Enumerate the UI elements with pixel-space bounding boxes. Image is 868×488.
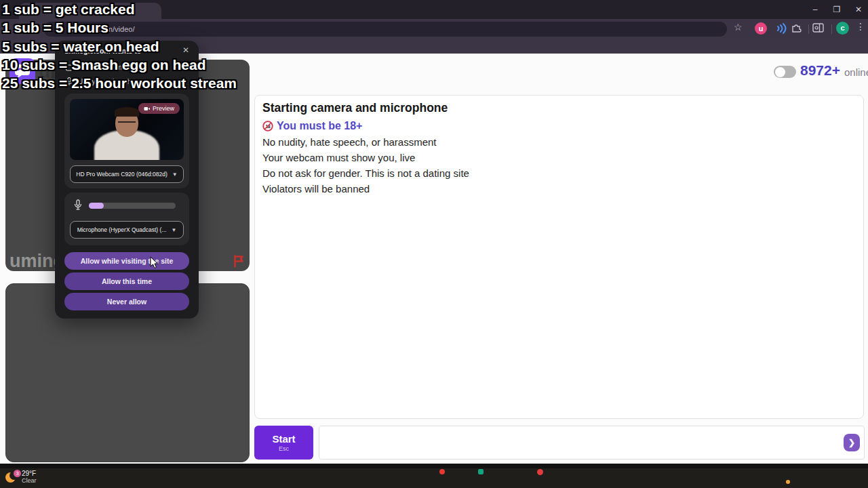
online-label: online — [844, 66, 868, 78]
microphone-icon — [74, 199, 82, 210]
stream-overlay-line: 1 sub = 5 Hours — [2, 20, 108, 36]
mic-level-meter — [89, 203, 176, 209]
toolbar-divider — [808, 24, 809, 34]
camera-select-value: HD Pro Webcam C920 (046d:082d) — [76, 171, 167, 178]
mic-level-fill — [89, 203, 104, 209]
report-flag-icon[interactable] — [233, 255, 245, 270]
stream-overlay-line: 1 sub = get cracked — [2, 1, 135, 18]
sync-status-dot — [786, 480, 790, 484]
toggle-knob — [775, 67, 785, 77]
moon-icon: 3 — [5, 471, 18, 483]
window-bottom-edge — [0, 464, 868, 468]
chat-input[interactable] — [319, 426, 865, 460]
mouse-cursor — [150, 256, 159, 269]
online-count: 8972+ — [800, 62, 840, 79]
rules-card: Starting camera and microphone 18 You mu… — [254, 95, 864, 419]
online-toggle[interactable] — [774, 66, 796, 78]
webcam-preview: Preview — [70, 99, 184, 160]
window-minimize-button[interactable]: – — [806, 3, 825, 16]
microphone-section: Microphone (HyperX Quadcast) (... ▼ — [64, 192, 189, 245]
18-plus-icon: 18 — [262, 121, 273, 131]
notification-badge — [537, 469, 543, 475]
age-requirement-row: 18 You must be 18+ — [262, 120, 362, 132]
windows-taskbar: 3 29°F Clear — [0, 468, 868, 488]
age-requirement-text: You must be 18+ — [277, 120, 362, 132]
rule-text: No nudity, hate speech, or harassment — [262, 136, 437, 148]
bookmark-star-icon[interactable]: ☆ — [734, 22, 743, 33]
stream-overlay-line: 25 subs = 2.5 hour workout stream — [2, 75, 237, 92]
rule-text: Your webcam must show you, live — [262, 152, 415, 163]
start-button-label: Start — [272, 433, 295, 445]
preview-badge-label: Preview — [153, 105, 174, 112]
preview-person-hair — [115, 107, 139, 117]
camera-section: Preview HD Pro Webcam C920 (046d:082d) ▼ — [64, 94, 189, 188]
send-button[interactable]: ❯ — [844, 434, 860, 451]
dialog-close-icon[interactable]: ✕ — [182, 45, 189, 55]
weather-condition: Clear — [22, 477, 37, 484]
allow-while-visiting-button[interactable]: Allow while visiting the site — [64, 252, 189, 270]
mic-select-value: Microphone (HyperX Quadcast) (... — [77, 226, 167, 233]
mic-select-dropdown[interactable]: Microphone (HyperX Quadcast) (... ▼ — [70, 221, 184, 239]
stream-overlay-line: 10 subs = Smash egg on head — [2, 57, 206, 73]
extension-sound-icon[interactable] — [775, 22, 787, 37]
preview-person-glasses — [118, 121, 136, 125]
allow-this-time-button[interactable]: Allow this time — [64, 272, 189, 290]
profile-avatar[interactable]: c — [836, 22, 849, 35]
preview-badge: Preview — [138, 103, 180, 114]
camera-select-dropdown[interactable]: HD Pro Webcam C920 (046d:082d) ▼ — [70, 165, 184, 183]
never-allow-button[interactable]: Never allow — [64, 293, 189, 310]
chrome-profile-badge — [478, 469, 484, 474]
extension-ublock-icon[interactable]: u — [755, 22, 767, 35]
weather-badge: 3 — [14, 470, 21, 477]
window-close-button[interactable]: ✕ — [849, 3, 868, 16]
stream-overlay-line: 5 subs = water on head — [2, 39, 159, 55]
start-button[interactable]: Start Esc — [254, 426, 313, 460]
notification-dot — [439, 469, 445, 474]
weather-widget[interactable]: 3 29°F Clear — [5, 470, 37, 484]
extensions-puzzle-icon[interactable] — [791, 22, 802, 37]
page-title: Starting camera and microphone — [262, 101, 448, 115]
rule-text: Violators will be banned — [262, 183, 370, 195]
start-button-shortcut: Esc — [279, 445, 289, 452]
weather-temp: 29°F — [22, 470, 37, 477]
toolbar-divider — [831, 24, 832, 34]
side-panel-icon[interactable] — [812, 22, 825, 36]
chevron-down-icon: ▼ — [171, 227, 176, 233]
rule-text: Do not ask for gender. This is not a dat… — [262, 167, 469, 179]
browser-menu-icon[interactable]: ⋮ — [856, 21, 865, 32]
video-camera-icon — [144, 106, 150, 111]
url-bar[interactable]: uhmegle.com/video/ — [43, 22, 727, 37]
window-restore-button[interactable]: ❐ — [827, 3, 846, 16]
chevron-down-icon: ▼ — [172, 171, 178, 178]
browser-toolbar: ← uhmegle.com/video/ ☆ u c ⋮ — [0, 19, 868, 39]
